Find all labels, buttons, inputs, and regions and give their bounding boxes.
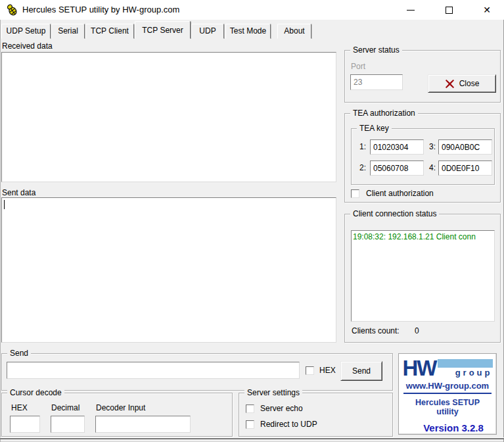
maximize-button[interactable] [434,0,464,20]
client-connection-status-group: Client connection status 19:08:32: 192.1… [344,214,501,343]
client-connection-log[interactable]: 19:08:32: 192.168.1.21 Client conn [351,230,495,322]
logo-group-text: group [438,368,493,378]
server-echo-checkbox[interactable] [246,405,254,413]
hex-checkbox-label: HEX [319,366,336,375]
decode-decimal-label: Decimal [51,403,80,412]
port-input[interactable] [350,74,403,90]
sent-data-label: Sent data [2,188,35,197]
logo-blue-bar [438,359,493,368]
client-connection-status-title: Client connection status [350,209,439,219]
cursor-decode-group: Cursor decode HEX Decimal Decoder Input [1,393,233,437]
hex-checkbox[interactable] [306,366,314,375]
tea-authorization-group: TEA authorization TEA key 1: 3: 2: 4: Cl… [344,113,501,203]
tea-key-group: TEA key 1: 3: 2: 4: [351,128,495,185]
send-button[interactable]: Send [340,361,382,381]
decoder-input-label: Decoder Input [96,403,145,412]
close-server-label: Close [459,79,480,88]
tab-udp[interactable]: UDP [191,24,224,39]
send-group-title: Send [7,349,31,358]
window-title: Hercules SETUP utility by HW-group.com [22,5,179,14]
client-authorization-label: Client authorization [366,189,434,198]
sent-data-area[interactable] [1,197,336,343]
tab-serial[interactable]: Serial [51,24,85,39]
tea-key-2-input[interactable] [370,160,424,176]
logo-version: Version 3.2.8 [403,422,492,433]
window-bottom-edge [0,438,504,439]
tea-authorization-title: TEA authorization [350,109,418,118]
tab-tcp-client[interactable]: TCP Client [85,24,134,39]
decode-decimal-input[interactable] [51,416,85,433]
tab-about[interactable]: About [277,24,311,39]
logo-divider [403,393,492,394]
tab-tcp-server[interactable]: TCP Server [135,21,191,39]
send-input[interactable] [7,362,300,379]
tea-key-3-input[interactable] [438,139,492,155]
server-status-title: Server status [350,45,402,55]
clients-count-label: Clients count: [352,326,400,335]
tea-key-3-label: 3: [425,142,436,151]
port-label: Port [351,62,365,71]
decode-hex-label: HEX [11,403,28,412]
server-status-group: Server status Port Close [344,50,501,103]
server-settings-group: Server settings Server echo Redirect to … [239,393,393,437]
send-group: Send HEX Send [1,353,393,391]
received-data-label: Received data [2,41,53,51]
logo-app-name: Hercules SETUP utility [403,398,492,416]
logo-hw-text: HW [403,357,436,380]
tea-key-1-label: 1: [355,142,366,151]
tab-test-mode[interactable]: Test Mode [225,24,271,39]
decode-hex-input[interactable] [10,416,40,433]
clients-count-value: 0 [415,326,419,335]
hercules-beetle-icon [5,3,18,16]
redirect-to-udp-checkbox[interactable] [246,420,254,429]
minimize-button[interactable] [396,0,426,20]
close-server-button[interactable]: Close [428,74,496,93]
hw-group-logo: HW group www.HW-group.com Hercules SETUP… [398,353,497,435]
minimize-icon [407,10,415,11]
cursor-decode-title: Cursor decode [7,388,64,398]
received-data-area[interactable] [1,52,336,182]
title-bar[interactable]: Hercules SETUP utility by HW-group.com ✕ [0,0,504,20]
server-settings-title: Server settings [244,388,302,398]
log-line: 19:08:32: 192.168.1.21 Client conn [352,231,494,241]
tea-key-title: TEA key [357,124,392,134]
client-authorization-checkbox[interactable] [351,189,359,198]
logo-url: www.HW-group.com [403,381,492,391]
redirect-to-udp-label: Redirect to UDP [260,420,317,429]
decoder-input-field[interactable] [95,416,191,433]
app-window: Hercules SETUP utility by HW-group.com ✕… [0,0,504,442]
maximize-icon [446,7,453,14]
tea-key-4-label: 4: [425,163,436,172]
tea-key-1-input[interactable] [370,139,424,155]
send-button-label: Send [352,366,371,376]
tea-key-4-input[interactable] [438,160,492,176]
tab-udp-setup[interactable]: UDP Setup [1,24,51,39]
tea-key-2-label: 2: [355,163,366,172]
close-window-button[interactable]: ✕ [472,0,502,20]
server-echo-label: Server echo [260,404,303,413]
red-x-icon [445,79,455,89]
close-icon: ✕ [483,5,491,14]
text-caret [4,200,5,209]
